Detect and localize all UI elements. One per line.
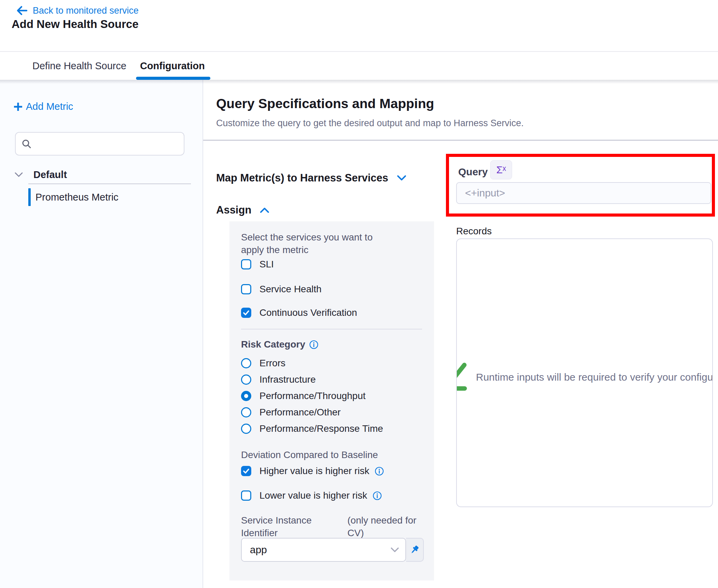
checkbox-icon — [241, 490, 251, 501]
section-subheading: Customize the query to get the desired o… — [216, 118, 524, 129]
metric-group-default[interactable]: Default — [0, 167, 203, 182]
checkbox-label: Continuous Verification — [259, 307, 357, 318]
expression-builder-button[interactable]: Σˣ — [490, 160, 512, 179]
radio-row-performance-response-time[interactable]: Performance/Response Time — [241, 423, 383, 434]
records-panel: Runtime inputs will be required to verif… — [456, 238, 713, 507]
checkbox-row-lower-value[interactable]: Lower value is higher risk — [241, 490, 382, 501]
records-label: Records — [456, 226, 492, 237]
group-divider — [28, 183, 191, 184]
radio-label: Performance/Other — [259, 407, 341, 418]
chevron-up-icon — [259, 207, 270, 214]
info-icon[interactable] — [309, 340, 318, 349]
assign-accordion[interactable]: Assign — [216, 204, 270, 216]
services-select-label: Select the services you want to apply th… — [241, 231, 394, 256]
checkbox-label: Service Health — [259, 284, 321, 295]
section-heading: Query Specifications and Mapping — [216, 96, 434, 111]
back-link-label: Back to monitored service — [33, 5, 139, 16]
search-icon — [21, 138, 32, 149]
radio-row-infrastructure[interactable]: Infrastructure — [241, 374, 316, 385]
query-label: Query — [458, 166, 488, 178]
service-instance-dropdown[interactable]: app — [241, 538, 406, 562]
selected-indicator — [28, 188, 31, 206]
risk-category-header: Risk Category — [241, 339, 318, 350]
plus-icon — [13, 102, 23, 112]
info-icon[interactable] — [373, 491, 382, 500]
checkbox-icon — [241, 284, 251, 294]
assign-panel: Select the services you want to apply th… — [229, 221, 434, 580]
checkbox-row-sli[interactable]: SLI — [241, 259, 274, 270]
radio-row-performance-other[interactable]: Performance/Other — [241, 407, 341, 418]
service-instance-identifier-label: Service Instance Identifier — [241, 514, 312, 539]
checkbox-icon — [241, 259, 251, 269]
assign-label: Assign — [216, 204, 251, 216]
checkbox-row-higher-value[interactable]: Higher value is higher risk — [241, 466, 384, 476]
radio-label: Infrastructure — [259, 374, 316, 385]
chevron-down-icon — [397, 175, 407, 181]
chevron-down-icon — [14, 172, 23, 178]
checkbox-icon — [241, 308, 251, 318]
checkbox-row-continuous-verification[interactable]: Continuous Verification — [241, 307, 357, 318]
query-input[interactable]: <+input> — [456, 182, 711, 204]
back-link[interactable]: Back to monitored service — [16, 5, 139, 16]
panel-divider — [241, 329, 422, 329]
map-metrics-accordion[interactable]: Map Metric(s) to Harness Services — [216, 172, 407, 184]
chevron-down-icon — [390, 547, 399, 553]
radio-icon — [241, 407, 251, 417]
heading-divider — [203, 140, 718, 141]
tab-configuration[interactable]: Configuration — [140, 52, 205, 80]
radio-label: Performance/Throughput — [259, 391, 365, 401]
checkbox-label: SLI — [259, 259, 274, 270]
radio-label: Performance/Response Time — [259, 423, 383, 434]
add-metric-label: Add Metric — [26, 101, 73, 112]
info-icon[interactable] — [375, 467, 384, 476]
metric-group-label: Default — [33, 169, 67, 180]
service-instance-identifier-note: (only needed for CV) — [347, 514, 416, 539]
pin-icon — [409, 545, 420, 555]
metric-search — [15, 132, 184, 156]
main-content: Query Specifications and Mapping Customi… — [203, 79, 718, 588]
risk-category-label: Risk Category — [241, 339, 305, 350]
radio-row-errors[interactable]: Errors — [241, 358, 285, 369]
page-title: Add New Health Source — [12, 18, 138, 31]
search-input[interactable] — [36, 138, 184, 149]
radio-label: Errors — [259, 358, 285, 369]
tab-bar: Define Health Source Configuration — [0, 51, 718, 80]
add-metric-button[interactable]: Add Metric — [13, 101, 73, 112]
metrics-sidebar: Add Metric Default Prometheus Metric — [0, 79, 203, 588]
sidebar-item-prometheus-metric[interactable]: Prometheus Metric — [0, 188, 203, 207]
check-icon — [457, 363, 471, 392]
map-metrics-label: Map Metric(s) to Harness Services — [216, 172, 388, 184]
radio-icon — [241, 374, 251, 385]
checkbox-row-service-health[interactable]: Service Health — [241, 284, 321, 295]
pin-button[interactable] — [406, 538, 424, 562]
metric-item-label: Prometheus Metric — [35, 192, 118, 203]
radio-icon — [241, 424, 251, 434]
checkbox-label: Lower value is higher risk — [259, 490, 367, 501]
records-message: Runtime inputs will be required to verif… — [476, 371, 713, 383]
tab-define-health-source[interactable]: Define Health Source — [32, 52, 126, 80]
checkbox-label: Higher value is higher risk — [259, 466, 369, 476]
records-message-row: Runtime inputs will be required to verif… — [457, 362, 713, 393]
dropdown-value: app — [250, 544, 390, 556]
radio-row-performance-throughput[interactable]: Performance/Throughput — [241, 391, 365, 401]
radio-icon — [241, 358, 251, 368]
page-header: Back to monitored service Add New Health… — [0, 0, 718, 51]
deviation-label: Deviation Compared to Baseline — [241, 449, 378, 461]
query-runtime-token: <+input> — [465, 187, 505, 199]
back-arrow-icon — [16, 5, 28, 16]
radio-icon — [241, 391, 251, 401]
checkbox-icon — [241, 466, 251, 476]
